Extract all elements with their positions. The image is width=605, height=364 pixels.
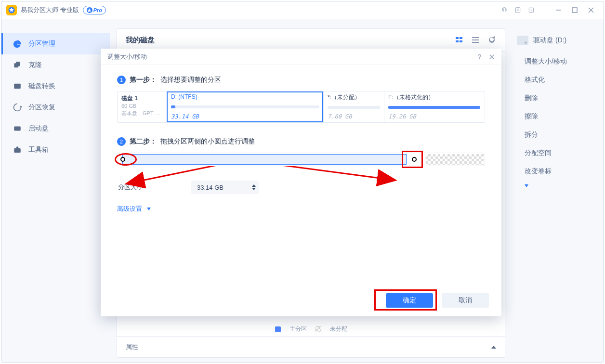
attributes-label: 属性 <box>126 343 138 351</box>
action-format[interactable]: 格式化 <box>517 71 601 89</box>
note-icon[interactable] <box>511 3 525 17</box>
action-label[interactable]: 改变卷标 <box>517 162 601 181</box>
sidebar: 分区管理 克隆 磁盘转换 分区恢复 启动盘 工具箱 <box>1 19 110 363</box>
app-logo-icon <box>6 5 17 15</box>
annotation-right-handle <box>402 151 423 168</box>
partition-unallocated[interactable]: *:（未分配） 7.60 GB <box>323 91 384 122</box>
sidebar-item-toolbox[interactable]: 工具箱 <box>1 139 110 160</box>
partition-d[interactable]: D: (NTFS) 33.14 GB <box>167 91 323 122</box>
step2-label: 第二步： <box>130 137 157 146</box>
sidebar-item-label: 工具箱 <box>28 145 49 154</box>
legend-primary-label: 主分区 <box>289 325 307 333</box>
slider-unallocated-region <box>426 154 484 165</box>
sidebar-item-boot-disk[interactable]: 启动盘 <box>1 118 110 139</box>
app-window: 易我分区大师 专业版 Pro 分区管理 克隆 磁盘转换 <box>1 1 604 363</box>
action-allocate[interactable]: 分配空间 <box>517 144 601 162</box>
svg-rect-19 <box>472 39 479 40</box>
chevron-down-icon[interactable] <box>525 184 528 187</box>
toolbox-icon <box>13 145 22 154</box>
legend-primary-swatch <box>275 326 281 332</box>
svg-rect-17 <box>460 40 462 42</box>
advanced-settings-toggle[interactable]: 高级设置 <box>117 205 485 213</box>
sidebar-item-partition-recover[interactable]: 分区恢复 <box>1 97 110 118</box>
minimize-button[interactable] <box>551 3 566 17</box>
dialog-close-icon[interactable] <box>489 53 495 60</box>
spin-up-icon[interactable] <box>252 184 256 187</box>
annotation-left-handle <box>115 153 137 166</box>
titlebar: 易我分区大师 专业版 Pro <box>1 1 604 19</box>
drive-label: 驱动盘 (D:) <box>533 36 566 45</box>
chevron-down-icon <box>147 208 151 210</box>
disk-info: 磁盘 1 60 GB 基本盘，GPT … <box>118 91 167 122</box>
dialog-footer: 确定 取消 <box>101 285 501 316</box>
boot-icon <box>13 124 22 133</box>
sidebar-item-partition-manage[interactable]: 分区管理 <box>1 33 110 54</box>
svg-rect-13 <box>14 148 21 153</box>
refresh-icon[interactable] <box>487 36 496 44</box>
misc-icon[interactable] <box>525 3 538 17</box>
spin-down-icon[interactable] <box>252 188 256 190</box>
legend-unalloc-label: 未分配 <box>330 325 347 333</box>
sidebar-item-label: 分区恢复 <box>28 103 55 112</box>
action-wipe[interactable]: 擦除 <box>517 107 601 126</box>
step1-label: 第一步： <box>130 76 157 84</box>
svg-rect-8 <box>16 62 20 66</box>
partition-size: 33.14 GB <box>171 113 319 120</box>
svg-rect-18 <box>472 37 479 38</box>
app-title: 易我分区大师 专业版 <box>21 6 79 14</box>
svg-point-12 <box>19 130 20 130</box>
drive-icon <box>517 36 528 45</box>
action-split[interactable]: 拆分 <box>517 126 601 144</box>
svg-rect-4 <box>572 8 577 13</box>
support-icon[interactable] <box>498 3 511 17</box>
edition-badge: Pro <box>83 6 106 14</box>
disk-type: 基本盘，GPT … <box>121 110 163 117</box>
partition-f[interactable]: F:（未格式化的） 19.26 GB <box>384 91 484 122</box>
action-delete[interactable]: 删除 <box>517 89 601 107</box>
resize-slider[interactable] <box>117 153 485 166</box>
right-actions-panel: 驱动盘 (D:) 调整大小/移动 格式化 删除 擦除 拆分 分配空间 改变卷标 <box>512 19 604 363</box>
sidebar-item-label: 启动盘 <box>28 124 49 133</box>
resize-move-dialog: 调整大小/移动 ? 1 第一步： 选择想要调整的分区 磁盘 1 60 GB 基本… <box>101 49 501 316</box>
action-resize-move[interactable]: 调整大小/移动 <box>517 52 601 71</box>
sidebar-item-label: 分区管理 <box>28 39 55 48</box>
size-spinbox[interactable]: 33.14 GB <box>191 181 259 194</box>
close-button[interactable] <box>583 3 599 17</box>
disk-name: 磁盘 1 <box>121 94 163 103</box>
view-grid-icon[interactable] <box>455 36 463 44</box>
attributes-row[interactable]: 属性 <box>117 336 505 357</box>
step2-badge: 2 <box>117 137 126 146</box>
disk-overview: 磁盘 1 60 GB 基本盘，GPT … D: (NTFS) 33.14 GB … <box>117 91 485 123</box>
step1-badge: 1 <box>117 76 126 84</box>
svg-rect-16 <box>456 40 459 42</box>
dialog-help-icon[interactable]: ? <box>478 53 481 60</box>
svg-rect-20 <box>472 42 479 43</box>
step2-row: 2 第二步： 拖拽分区两侧的小圆点进行调整 <box>117 137 485 146</box>
size-value: 33.14 GB <box>197 184 224 191</box>
disk-total: 60 GB <box>121 103 163 110</box>
disk-convert-icon <box>13 82 22 91</box>
partition-name: D: (NTFS) <box>171 93 319 100</box>
sidebar-item-clone[interactable]: 克隆 <box>1 54 110 76</box>
partition-name: *:（未分配） <box>328 93 380 102</box>
panel-title: 我的磁盘 <box>126 36 155 45</box>
partition-name: F:（未格式化的） <box>388 93 480 102</box>
cancel-button[interactable]: 取消 <box>442 293 489 308</box>
sidebar-item-label: 磁盘转换 <box>28 82 55 91</box>
svg-rect-14 <box>456 37 459 39</box>
partition-size: 19.26 GB <box>388 113 480 120</box>
sidebar-item-disk-convert[interactable]: 磁盘转换 <box>1 76 110 97</box>
svg-point-10 <box>19 87 20 88</box>
view-list-icon[interactable] <box>471 36 480 44</box>
step1-row: 1 第一步： 选择想要调整的分区 <box>117 76 485 84</box>
advanced-label: 高级设置 <box>117 205 142 213</box>
legend: 主分区 未分配 <box>117 325 505 333</box>
clone-icon <box>13 61 22 69</box>
pie-icon <box>13 39 22 48</box>
partition-size: 7.60 GB <box>328 113 380 120</box>
size-label: 分区大小: <box>117 183 180 192</box>
recover-icon <box>13 103 22 112</box>
step1-text: 选择想要调整的分区 <box>160 76 221 84</box>
annotation-ok-button <box>374 289 437 311</box>
maximize-button[interactable] <box>567 3 582 17</box>
